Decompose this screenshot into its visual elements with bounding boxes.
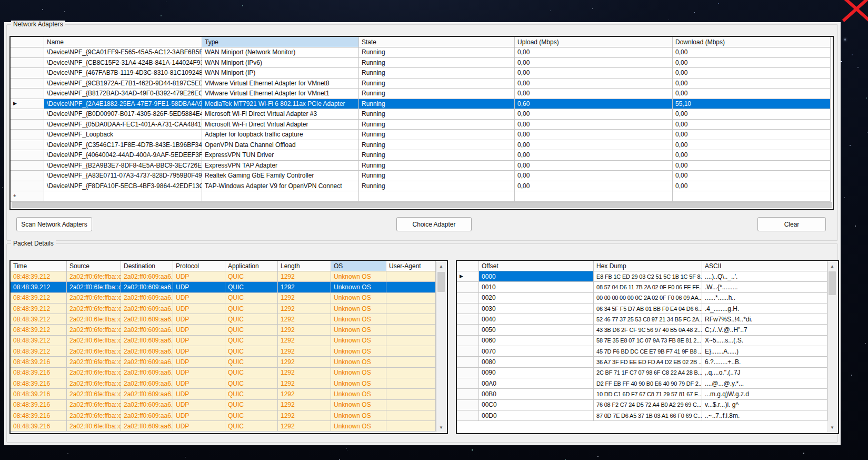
hex-rowheader-cell[interactable] <box>457 400 479 410</box>
packet-cell-destination[interactable]: 2a02:ff0:609:aa6... <box>121 271 173 282</box>
packet-cell-destination[interactable]: 2a02:ff0:609:aa6... <box>121 336 173 346</box>
adapter-cell-type[interactable]: WAN Miniport (IPv6) <box>202 58 359 68</box>
adapter-row[interactable]: * <box>11 191 831 202</box>
packet-cell-time[interactable]: 08:48:39.212 <box>11 282 67 292</box>
packet-cell-os[interactable]: Unknown OS <box>331 400 386 410</box>
packet-cell-os[interactable]: Unknown OS <box>331 325 386 335</box>
packet-cell-destination[interactable]: 2a02:ff0:609:aa6... <box>121 304 173 314</box>
packet-cell-destination[interactable]: 2a02:ff0:609:aa6... <box>121 410 173 421</box>
hex-cell-offset[interactable]: 0000 <box>479 271 594 282</box>
adapter-cell-state[interactable]: Running <box>359 130 515 140</box>
hex-rowheader-cell[interactable] <box>457 389 479 399</box>
choice-adapter-button[interactable]: Choice Adapter <box>396 217 472 231</box>
hex-cell-ascii[interactable]: v...$.r...)i. g^ <box>702 400 827 410</box>
packet-cell-time[interactable]: 08:48:39.212 <box>11 293 67 304</box>
packet-cell-protocol[interactable]: UDP <box>173 410 225 421</box>
packet-cell-application[interactable]: QUIC <box>225 325 278 335</box>
packet-cell-length[interactable]: 1292 <box>278 336 331 346</box>
adapter-cell-state[interactable]: Running <box>359 89 515 99</box>
packet-cell-application[interactable]: QUIC <box>225 346 278 357</box>
packet-cell-source[interactable]: 2a02:ff0:6fe:ffba::c <box>67 336 121 346</box>
packet-cell-time[interactable]: 08:48:39.212 <box>11 336 67 346</box>
packet-cell-destination[interactable]: 2a02:ff0:609:aa6... <box>121 282 173 292</box>
adapter-cell-upload[interactable]: 0,00 <box>515 171 673 181</box>
packet-cell-user_agent[interactable] <box>386 368 436 378</box>
hex-rowheader-cell[interactable] <box>457 410 479 421</box>
packet-header-os[interactable]: OS <box>331 261 386 271</box>
packet-row[interactable]: 08:48:39.2162a02:ff0:6fe:ffba::c2a02:ff0… <box>11 368 436 378</box>
packet-cell-user_agent[interactable] <box>386 346 436 357</box>
packet-row[interactable]: 08:48:39.2122a02:ff0:6fe:ffba::c2a02:ff0… <box>11 336 436 346</box>
packet-row[interactable]: 08:48:39.2162a02:ff0:6fe:ffba::c2a02:ff0… <box>11 357 436 367</box>
adapter-rowheader-cell[interactable] <box>11 47 44 58</box>
packet-cell-length[interactable]: 1292 <box>278 389 331 399</box>
packet-cell-source[interactable]: 2a02:ff0:6fe:ffba::c <box>67 271 121 282</box>
adapter-cell-download[interactable]: 0,00 <box>673 161 831 171</box>
packet-header-destination[interactable]: Destination <box>121 261 173 271</box>
adapter-row[interactable]: \Device\NPF_{B8172BAD-34AD-49F0-B392-479… <box>11 89 831 99</box>
hex-cell-hex[interactable]: 10 DD C1 6D F7 67 C8 71 29 57 81 67 E... <box>594 389 702 399</box>
adapter-cell-name[interactable]: \Device\NPF_{A83E0711-07A3-4737-828D-795… <box>44 171 202 181</box>
hex-cell-ascii[interactable]: ....)..Q\.._..'. <box>702 271 827 282</box>
packet-cell-source[interactable]: 2a02:ff0:6fe:ffba::c <box>67 293 121 304</box>
packet-row[interactable]: 08:48:39.2162a02:ff0:6fe:ffba::c2a02:ff0… <box>11 389 436 399</box>
adapter-row[interactable]: \Device\NPF_{B0D00907-B017-4305-826F-5ED… <box>11 109 831 120</box>
adapter-cell-type[interactable]: MediaTek MT7921 Wi-Fi 6 802.11ax PCIe Ad… <box>202 99 359 110</box>
packet-cell-source[interactable]: 2a02:ff0:6fe:ffba::c <box>67 389 121 399</box>
packet-cell-os[interactable]: Unknown OS <box>331 304 386 314</box>
hex-cell-offset[interactable]: 0080 <box>479 357 594 367</box>
packet-cell-length[interactable]: 1292 <box>278 357 331 367</box>
adapter-header-type[interactable]: Type <box>202 37 359 47</box>
packet-cell-user_agent[interactable] <box>386 410 436 421</box>
packet-cell-length[interactable]: 1292 <box>278 271 331 282</box>
adapter-cell-name[interactable]: \Device\NPF_{9CB1972A-E7B1-462D-9D44-819… <box>44 79 202 89</box>
packet-row[interactable]: 08:48:39.2122a02:ff0:6fe:ffba::c2a02:ff0… <box>11 314 436 325</box>
adapter-row[interactable]: \Device\NPF_{F8DFA10F-5ECB-4BF3-9864-42E… <box>11 181 831 192</box>
adapter-cell-state[interactable]: Running <box>359 109 515 120</box>
packet-cell-os[interactable]: Unknown OS <box>331 293 386 304</box>
packet-cell-protocol[interactable]: UDP <box>173 400 225 410</box>
adapter-cell-name[interactable]: \Device\NPF_{CB8C15F2-31A4-424B-841A-144… <box>44 58 202 68</box>
adapter-row[interactable]: \Device\NPF_{B2A9B3E7-8DF8-4E5A-BBC9-3EC… <box>11 161 831 171</box>
hex-row[interactable]: 003006 34 5F F5 D7 AB 01 BB F0 E4 04 D6 … <box>457 304 827 314</box>
hex-row[interactable]: 002000 00 00 00 00 0C 2A 02 0F F0 06 09 … <box>457 293 827 304</box>
adapter-cell-name[interactable]: \Device\NPF_{F8DFA10F-5ECB-4BF3-9864-42E… <box>44 181 202 192</box>
packet-cell-protocol[interactable]: UDP <box>173 282 225 292</box>
adapter-cell-type[interactable]: Microsoft Wi-Fi Direct Virtual Adapter <box>202 120 359 130</box>
adapter-rowheader-cell[interactable] <box>11 150 44 161</box>
adapter-cell-name[interactable]: \Device\NPF_{40640042-44AD-400A-9AAF-5ED… <box>44 150 202 161</box>
packet-cell-time[interactable]: 08:48:39.212 <box>11 346 67 357</box>
adapter-cell-download[interactable]: 0,00 <box>673 181 831 192</box>
packet-cell-protocol[interactable]: UDP <box>173 304 225 314</box>
hex-cell-hex[interactable]: 2C BF 71 1F C7 07 98 6F C8 22 A4 28 B... <box>594 368 702 378</box>
packet-cell-source[interactable]: 2a02:ff0:6fe:ffba::c <box>67 282 121 292</box>
packet-row[interactable]: 08:48:39.2122a02:ff0:6fe:ffba::c2a02:ff0… <box>11 282 436 292</box>
packet-row[interactable]: 08:48:39.2122a02:ff0:6fe:ffba::c2a02:ff0… <box>11 271 436 282</box>
hex-rowheader-cell[interactable] <box>457 293 479 304</box>
packet-cell-application[interactable]: QUIC <box>225 357 278 367</box>
packet-cell-time[interactable]: 08:48:39.212 <box>11 314 67 325</box>
hex-row[interactable]: 00B010 DD C1 6D F7 67 C8 71 29 57 81 67 … <box>457 389 827 399</box>
hex-cell-offset[interactable]: 00D0 <box>479 410 594 421</box>
packet-cell-destination[interactable]: 2a02:ff0:609:aa6... <box>121 400 173 410</box>
hex-cell-ascii[interactable]: X~5.....s...(.S. <box>702 336 827 346</box>
packet-cell-application[interactable]: QUIC <box>225 421 278 432</box>
adapter-cell-state[interactable]: Running <box>359 120 515 130</box>
packet-cell-user_agent[interactable] <box>386 293 436 304</box>
adapter-cell-type[interactable]: WAN Miniport (IP) <box>202 68 359 79</box>
adapter-cell-type[interactable]: Microsoft Wi-Fi Direct Virtual Adapter #… <box>202 109 359 120</box>
packet-cell-protocol[interactable]: UDP <box>173 271 225 282</box>
adapter-row[interactable]: \Device\NPF_{9CA01FF9-E565-45A5-AC12-3AB… <box>11 47 831 58</box>
adapter-row[interactable]: \Device\NPF_{40640042-44AD-400A-9AAF-5ED… <box>11 150 831 161</box>
adapter-rowheader-cell[interactable]: ▶ <box>11 99 44 110</box>
packet-cell-source[interactable]: 2a02:ff0:6fe:ffba::c <box>67 368 121 378</box>
hex-cell-ascii[interactable]: ....@...@.y.*... <box>702 378 827 389</box>
adapter-cell-download[interactable]: 0,00 <box>673 130 831 140</box>
packet-header-application[interactable]: Application <box>225 261 278 271</box>
adapter-cell-upload[interactable] <box>515 191 673 202</box>
packet-cell-user_agent[interactable] <box>386 389 436 399</box>
adapter-cell-name[interactable] <box>44 191 202 202</box>
packet-cell-os[interactable]: Unknown OS <box>331 357 386 367</box>
adapter-cell-state[interactable]: Running <box>359 58 515 68</box>
hex-cell-hex[interactable]: 45 7D F6 BD DC CE E7 9B F7 41 9F B8 ... <box>594 346 702 357</box>
